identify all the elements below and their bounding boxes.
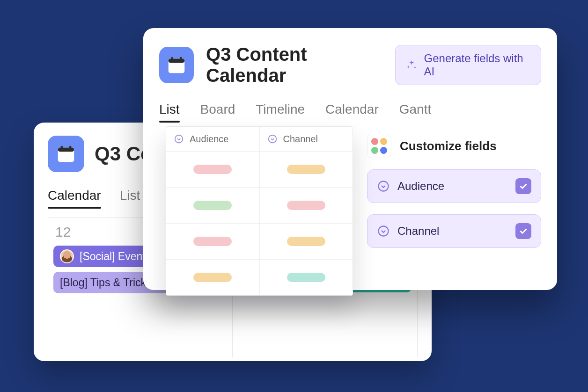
tab-timeline[interactable]: Timeline — [256, 102, 305, 117]
field-label: Channel — [397, 225, 508, 238]
cell[interactable] — [259, 224, 353, 259]
tab-board[interactable]: Board — [200, 102, 235, 117]
tab-gantt[interactable]: Gantt — [399, 102, 431, 117]
field-card-channel[interactable]: Channel — [367, 214, 541, 248]
svg-point-11 — [268, 135, 276, 143]
cell[interactable] — [166, 260, 259, 295]
ai-button-label: Generate fields with AI — [424, 52, 530, 78]
cell[interactable] — [259, 260, 353, 295]
svg-rect-1 — [58, 148, 74, 152]
sparkle-icon — [406, 59, 418, 71]
tag-pill — [287, 273, 325, 282]
front-tab-row: List Board Timeline Calendar Gantt — [159, 102, 541, 117]
tab-calendar[interactable]: Calendar — [48, 188, 101, 203]
svg-rect-2 — [61, 146, 63, 150]
field-label: Audience — [397, 180, 508, 193]
cell[interactable] — [166, 188, 259, 223]
list-card: Q3 Content Calendar Generate fields with… — [143, 28, 557, 290]
tag-pill — [193, 237, 232, 246]
fields-icon — [367, 134, 391, 158]
field-checkbox[interactable] — [515, 223, 531, 239]
calendar-icon — [55, 143, 77, 165]
front-title: Q3 Content Calendar — [206, 44, 383, 86]
cell[interactable] — [259, 188, 353, 223]
table-row — [166, 151, 353, 187]
front-body: Audience Channel — [159, 129, 541, 296]
fields-table: Audience Channel — [166, 126, 353, 296]
front-card-header: Q3 Content Calendar Generate fields with… — [159, 44, 541, 86]
event-label: [Blog] Tips & Tricks — [60, 276, 152, 289]
customize-fields-panel: Customize fields Audience Channel — [367, 134, 541, 248]
svg-point-10 — [175, 135, 183, 143]
svg-point-12 — [379, 181, 389, 191]
tab-calendar[interactable]: Calendar — [325, 102, 379, 117]
table-row — [166, 187, 353, 223]
dropdown-icon — [377, 180, 390, 193]
svg-rect-3 — [69, 146, 72, 150]
tag-pill — [287, 237, 325, 246]
customize-fields-header: Customize fields — [367, 134, 541, 158]
table-header-row: Audience Channel — [166, 127, 353, 151]
dropdown-icon — [174, 134, 184, 144]
tag-pill — [193, 273, 232, 282]
tab-list[interactable]: List — [120, 188, 140, 203]
column-header-audience[interactable]: Audience — [166, 127, 259, 151]
column-header-channel[interactable]: Channel — [259, 127, 353, 151]
avatar — [60, 249, 74, 263]
cell[interactable] — [259, 152, 353, 187]
check-icon — [519, 226, 528, 236]
svg-rect-8 — [171, 57, 174, 61]
dropdown-icon — [377, 225, 390, 238]
tag-pill — [287, 165, 325, 174]
tab-list[interactable]: List — [159, 102, 180, 117]
dropdown-icon — [267, 134, 278, 144]
table-row — [166, 223, 353, 259]
event-label: [Social] Event — [80, 250, 146, 263]
svg-rect-9 — [180, 57, 182, 61]
customize-title: Customize fields — [400, 139, 497, 153]
field-checkbox[interactable] — [515, 178, 531, 194]
field-card-audience[interactable]: Audience — [367, 169, 541, 203]
table-row — [166, 259, 353, 295]
cell[interactable] — [166, 224, 259, 259]
check-icon — [519, 181, 528, 191]
calendar-icon — [166, 54, 187, 76]
svg-rect-7 — [169, 59, 185, 63]
tag-pill — [193, 201, 232, 210]
svg-point-13 — [379, 226, 389, 236]
calendar-app-icon — [48, 136, 84, 172]
tag-pill — [193, 165, 232, 174]
tag-pill — [287, 201, 325, 210]
cell[interactable] — [166, 152, 259, 187]
calendar-app-icon — [159, 47, 194, 83]
generate-fields-ai-button[interactable]: Generate fields with AI — [395, 45, 541, 85]
